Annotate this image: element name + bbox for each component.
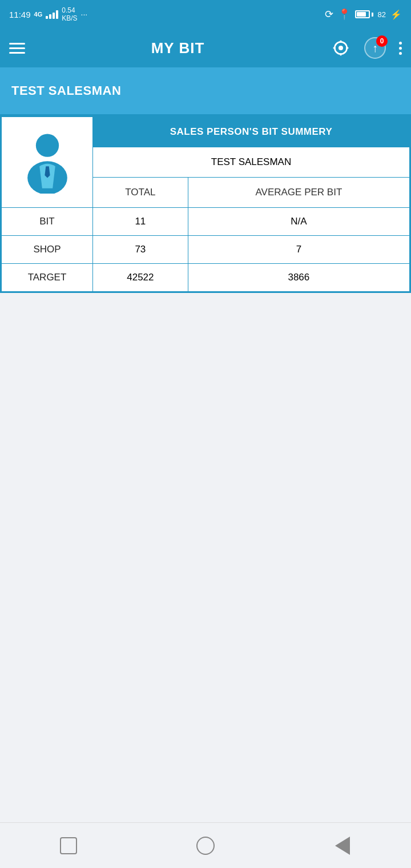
home-button[interactable]: [191, 831, 220, 860]
battery-level: 82: [378, 10, 386, 19]
back-button[interactable]: [328, 831, 357, 860]
location-pin-icon: 📍: [338, 8, 350, 21]
bottom-nav-bar: [0, 822, 411, 868]
table-row: BIT11N/A: [2, 208, 410, 236]
col-average-header: AVERAGE PER BIT: [188, 178, 409, 208]
col-total-header: TOTAL: [93, 178, 188, 208]
summary-heading: SALES PERSON'S BIT SUMMERY: [93, 117, 410, 147]
row-label-0: BIT: [2, 208, 93, 236]
summary-container: SALES PERSON'S BIT SUMMERY TEST SALESMAN…: [0, 115, 411, 293]
gps-location-button[interactable]: [331, 38, 351, 58]
table-row: SHOP737: [2, 236, 410, 264]
salesman-name: TEST SALESMAN: [11, 83, 400, 98]
notification-button[interactable]: ↑ 0: [362, 35, 388, 61]
notification-badge: 0: [376, 35, 388, 47]
time-display: 11:49: [9, 10, 31, 19]
ellipsis-icon: ···: [81, 10, 88, 19]
network-speed: 0.54KB/S: [62, 6, 77, 23]
row-label-1: SHOP: [2, 236, 93, 264]
row-average-1: 7: [188, 236, 409, 264]
summary-table: SALES PERSON'S BIT SUMMERY TEST SALESMAN…: [1, 116, 410, 292]
svg-point-2: [35, 134, 58, 157]
rotate-icon: ⟳: [325, 8, 333, 21]
signal-strength-icon: [46, 10, 58, 19]
salesman-banner: TEST SALESMAN: [0, 67, 411, 115]
charging-icon: ⚡: [390, 9, 402, 20]
row-total-0: 11: [93, 208, 188, 236]
row-total-2: 42522: [93, 264, 188, 292]
battery-icon: [355, 10, 373, 18]
row-average-2: 3866: [188, 264, 409, 292]
salesman-name-cell: TEST SALESMAN: [93, 147, 410, 178]
status-bar: 11:49 4G 0.54KB/S ··· ⟳ 📍 82 ⚡: [0, 0, 411, 29]
row-average-0: N/A: [188, 208, 409, 236]
person-avatar: [7, 125, 87, 199]
menu-button[interactable]: [9, 43, 25, 54]
avatar-cell: [2, 117, 93, 208]
network-type: 4G: [34, 11, 43, 18]
svg-point-0: [339, 46, 343, 50]
recent-apps-button[interactable]: [54, 831, 83, 860]
app-title: MY BIT: [37, 39, 319, 57]
app-bar: MY BIT ↑ 0: [0, 29, 411, 67]
table-row: TARGET425223866: [2, 264, 410, 292]
row-label-2: TARGET: [2, 264, 93, 292]
main-content: [0, 293, 411, 868]
row-total-1: 73: [93, 236, 188, 264]
more-options-button[interactable]: [399, 42, 402, 55]
